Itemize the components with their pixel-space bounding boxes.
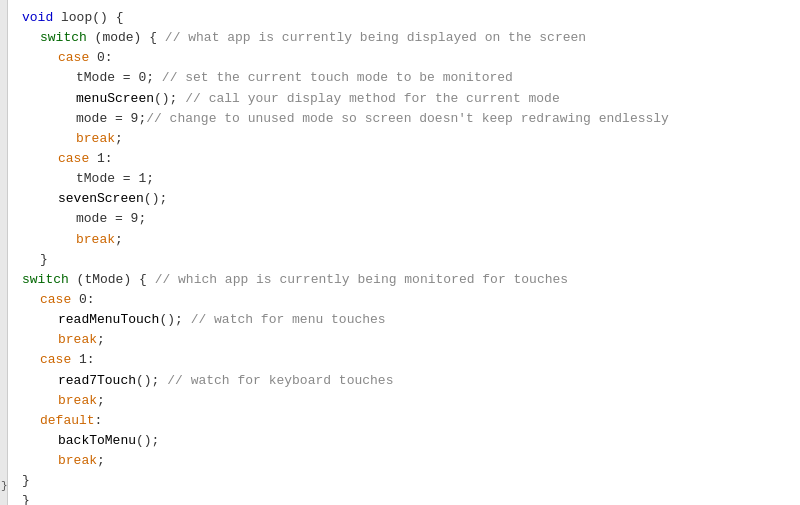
code-token: break xyxy=(76,129,115,149)
code-token: sevenScreen xyxy=(58,189,144,209)
code-token: (); xyxy=(159,310,190,330)
code-token: break xyxy=(76,230,115,250)
code-token: } xyxy=(40,250,48,270)
code-line: sevenScreen(); xyxy=(22,189,800,209)
code-line: mode = 9; xyxy=(22,209,800,229)
left-gutter: } xyxy=(0,0,8,505)
code-line: case 1: xyxy=(22,350,800,370)
code-token: // which app is currently being monitore… xyxy=(155,270,568,290)
code-token: ; xyxy=(97,330,105,350)
code-token: (mode) { xyxy=(87,28,165,48)
code-line: case 0: xyxy=(22,48,800,68)
code-token: // call your display method for the curr… xyxy=(185,89,559,109)
code-token: 1: xyxy=(71,350,94,370)
code-line: default: xyxy=(22,411,800,431)
code-line: break; xyxy=(22,230,800,250)
code-token: (); xyxy=(144,189,167,209)
code-line: break; xyxy=(22,451,800,471)
code-line: } xyxy=(22,471,800,491)
code-token: ; xyxy=(115,230,123,250)
code-token: break xyxy=(58,391,97,411)
code-line: } xyxy=(22,250,800,270)
code-token: tMode = 1; xyxy=(76,169,154,189)
code-token: 0: xyxy=(89,48,112,68)
code-token: case xyxy=(40,290,71,310)
code-token: switch xyxy=(22,270,69,290)
code-token: // set the current touch mode to be moni… xyxy=(162,68,513,88)
code-line: break; xyxy=(22,129,800,149)
code-line: readMenuTouch(); // watch for menu touch… xyxy=(22,310,800,330)
code-line: mode = 9;// change to unused mode so scr… xyxy=(22,109,800,129)
code-token: break xyxy=(58,451,97,471)
code-token: (); xyxy=(136,431,159,451)
code-token: mode = 9; xyxy=(76,109,146,129)
code-token: : xyxy=(95,411,103,431)
code-token: readMenuTouch xyxy=(58,310,159,330)
code-line: switch (mode) { // what app is currently… xyxy=(22,28,800,48)
code-token: ; xyxy=(97,451,105,471)
code-token: switch xyxy=(40,28,87,48)
bracket-icon: } xyxy=(1,478,8,495)
code-token: default xyxy=(40,411,95,431)
code-token: (); xyxy=(154,89,185,109)
code-token: (tMode) { xyxy=(69,270,155,290)
code-token: } xyxy=(22,491,30,505)
code-token: (); xyxy=(136,371,167,391)
code-token: // watch for keyboard touches xyxy=(167,371,393,391)
code-token: // what app is currently being displayed… xyxy=(165,28,586,48)
code-token: // watch for menu touches xyxy=(191,310,386,330)
code-token: case xyxy=(58,48,89,68)
code-token: case xyxy=(40,350,71,370)
code-token: ; xyxy=(97,391,105,411)
code-line: case 1: xyxy=(22,149,800,169)
code-token: void xyxy=(22,8,53,28)
code-token: break xyxy=(58,330,97,350)
code-token: backToMenu xyxy=(58,431,136,451)
code-token: 1: xyxy=(89,149,112,169)
code-line: break; xyxy=(22,330,800,350)
code-token: tMode = 0; xyxy=(76,68,162,88)
code-editor: } void loop() {switch (mode) { // what a… xyxy=(0,0,800,505)
code-line: menuScreen(); // call your display metho… xyxy=(22,89,800,109)
code-token: loop() { xyxy=(53,8,123,28)
code-line: case 0: xyxy=(22,290,800,310)
code-token: case xyxy=(58,149,89,169)
code-line: break; xyxy=(22,391,800,411)
code-token: menuScreen xyxy=(76,89,154,109)
code-line: switch (tMode) { // which app is current… xyxy=(22,270,800,290)
code-token: ; xyxy=(115,129,123,149)
code-line: read7Touch(); // watch for keyboard touc… xyxy=(22,371,800,391)
code-token: // change to unused mode so screen doesn… xyxy=(146,109,669,129)
code-line: backToMenu(); xyxy=(22,431,800,451)
code-line: tMode = 0; // set the current touch mode… xyxy=(22,68,800,88)
code-lines: void loop() {switch (mode) { // what app… xyxy=(22,8,800,505)
code-token: 0: xyxy=(71,290,94,310)
code-line: void loop() { xyxy=(22,8,800,28)
code-token: } xyxy=(22,471,30,491)
code-line: } xyxy=(22,491,800,505)
code-token: mode = 9; xyxy=(76,209,146,229)
code-token: read7Touch xyxy=(58,371,136,391)
code-line: tMode = 1; xyxy=(22,169,800,189)
